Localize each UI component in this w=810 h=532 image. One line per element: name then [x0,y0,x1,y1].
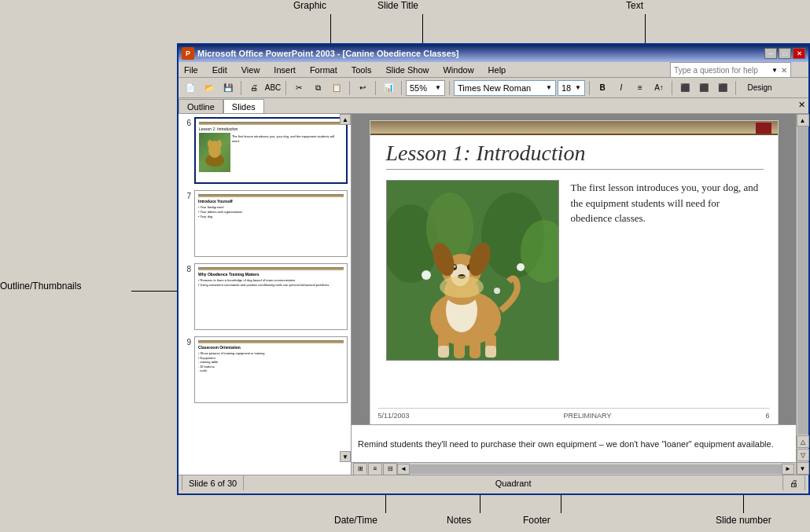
save-button[interactable]: 💾 [219,80,237,96]
print-button[interactable]: 🖨 [245,80,263,96]
toolbar-sep-6 [449,81,450,95]
outline-tab[interactable]: Outline [179,99,223,113]
prev-slide-button[interactable]: △ [797,435,809,448]
scroll-up-button[interactable]: ▲ [797,114,809,127]
cut-button[interactable]: ✂ [290,80,307,96]
design-icon-section[interactable]: 🖨 [783,475,805,490]
slide-main: Lesson 1: Introduction [352,114,796,475]
menu-view[interactable]: View [239,64,263,75]
thumb-scroll-down[interactable]: ▼ [340,451,351,462]
thumb-slide-9[interactable]: Classroom Orientation • Show pictures of… [194,336,348,403]
thumb-num-8: 8 [182,263,191,273]
paste-button[interactable]: 📋 [328,80,345,96]
toolbar-sep-2 [285,81,286,95]
thumb-slide-7[interactable]: Introduce Yourself • Your background• Yo… [194,190,348,257]
zoom-dropdown-icon[interactable]: ▼ [435,84,441,91]
scroll-track[interactable] [797,127,808,435]
slidesorter-view-button[interactable]: ⊟ [383,463,397,475]
align-center-button[interactable]: ⬛ [695,80,712,96]
help-close-icon[interactable]: ✕ [781,66,787,75]
app-window: P Microsoft Office PowerPoint 2003 - [Ca… [177,43,810,495]
slide-number-annotation-label: Slide number [716,515,771,526]
app-icon: P [182,47,194,60]
scroll-right-button[interactable]: ► [782,464,794,475]
graphic-annotation-label: Graphic [293,0,326,11]
thumbnail-slide-6[interactable]: 6 Lesson 1: Introduction [182,117,348,184]
bold-button[interactable]: B [594,80,611,96]
thumb-content-6: Lesson 1: Introduction [196,119,346,182]
notes-annotation-label: Notes [447,515,471,526]
font-name-dropdown-icon[interactable]: ▼ [546,84,552,91]
menu-insert[interactable]: Insert [271,64,298,75]
font-size-dropdown-icon[interactable]: ▼ [575,84,581,91]
toolbar-sep-7 [589,81,590,95]
toolbar-sep-1 [241,81,241,95]
outline-view-button[interactable]: ≡ [368,463,382,475]
menu-tools[interactable]: Tools [349,64,374,75]
next-slide-button[interactable]: ▽ [797,449,809,461]
open-button[interactable]: 📂 [201,80,218,96]
menu-window[interactable]: Window [440,64,476,75]
status-bar: Slide 6 of 30 Quadrant 🖨 [179,475,808,490]
align-left-button[interactable]: ⬛ [676,80,694,96]
chart-button[interactable]: 📊 [380,80,397,96]
undo-button[interactable]: ↩ [354,80,371,96]
menu-format[interactable]: Format [307,64,340,75]
title-bar: P Microsoft Office PowerPoint 2003 - [Ca… [179,45,808,62]
thumbnail-slide-8[interactable]: 8 Why Obedience Training Matters • Reaso… [182,263,348,330]
horizontal-scroll-track[interactable] [410,464,782,474]
minimize-button[interactable]: ─ [764,48,777,59]
svg-point-10 [422,270,431,280]
slide-number: 6 [765,412,769,420]
scroll-nav-buttons: △ ▽ [797,435,809,461]
thumb-slide-8[interactable]: Why Obedience Training Matters • Reasons… [194,263,348,330]
design-button[interactable]: Design [740,80,779,96]
scroll-down-button[interactable]: ▼ [797,462,809,475]
thumb-content-7: Introduce Yourself • Your background• Yo… [195,191,347,256]
help-dropdown-icon[interactable]: ▼ [771,67,778,74]
menu-file[interactable]: File [182,64,201,75]
title-bar-buttons[interactable]: ─ □ ✕ [764,48,805,59]
thumb-slide-6[interactable]: Lesson 1: Introduction [194,117,348,184]
layout-section: Quadrant [244,475,783,490]
spellcheck-button[interactable]: ABC [264,80,282,96]
notes-text: Remind students they'll need to purchase… [358,439,774,449]
right-scrollbar: ▲ △ ▽ ▼ [796,114,808,475]
svg-rect-19 [438,346,449,358]
italic-button[interactable]: I [613,80,630,96]
bullets-button[interactable]: ≡ [631,80,649,96]
toolbar-1: 📄 📂 💾 🖨 ABC ✂ ⧉ 📋 ↩ 📊 55% ▼ Times New Ro… [179,78,808,98]
slide-header-bar [370,121,778,135]
design-status-icon[interactable]: 🖨 [790,479,798,488]
help-search-input[interactable] [674,66,768,75]
svg-point-3 [208,140,212,148]
help-search-box[interactable]: ▼ ✕ [670,62,791,78]
close-button[interactable]: ✕ [793,48,805,59]
font-name-box[interactable]: Times New Roman ▼ [454,80,556,96]
increase-font-button[interactable]: A↑ [650,80,668,96]
pane-close-button[interactable]: ✕ [798,100,805,110]
toolbar-sep-5 [401,81,402,95]
thumb-scroll-up[interactable]: ▲ [340,114,351,125]
thumbnail-slide-9[interactable]: 9 Classroom Orientation • Show pictures … [182,336,348,403]
scroll-left-button[interactable]: ◄ [397,464,410,475]
menu-edit[interactable]: Edit [210,64,230,75]
bottom-scrollbar[interactable]: ⊞ ≡ ⊟ ◄ ► [352,462,796,475]
normal-view-button[interactable]: ⊞ [353,463,367,475]
menu-help[interactable]: Help [486,64,509,75]
menu-slideshow[interactable]: Slide Show [383,64,431,75]
zoom-box[interactable]: 55% ▼ [406,80,445,96]
footer-annotation-label: Footer [523,515,550,526]
content-area: ▲ 6 Lesson 1: Introduction [179,114,808,475]
copy-button[interactable]: ⧉ [309,80,326,96]
layout-text: Quadrant [495,479,532,488]
align-right-button[interactable]: ⬛ [714,80,731,96]
new-button[interactable]: 📄 [182,80,199,96]
menu-bar: File Edit View Insert Format Tools Slide… [179,62,808,78]
maximize-button[interactable]: □ [779,48,791,59]
toolbar-sep-3 [349,81,350,95]
outline-thumbnails-annotation-label: Outline/Thumbnails [0,281,81,292]
font-size-box[interactable]: 18 ▼ [558,80,585,96]
slides-tab[interactable]: Slides [223,99,264,113]
thumbnail-slide-7[interactable]: 7 Introduce Yourself • Your background• … [182,190,348,257]
